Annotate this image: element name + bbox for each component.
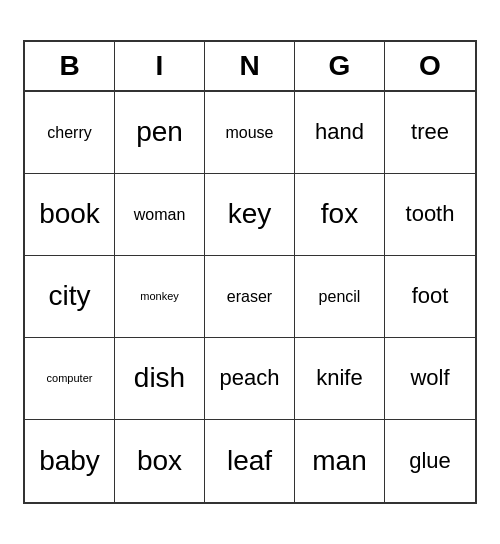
bingo-cell-2-0: city [25, 256, 115, 338]
bingo-row-4: babyboxleafmanglue [25, 420, 475, 502]
cell-text-4-1: box [137, 446, 182, 477]
header-cell-o: O [385, 42, 475, 92]
bingo-header: BINGO [25, 42, 475, 92]
bingo-cell-1-1: woman [115, 174, 205, 256]
bingo-cell-2-2: eraser [205, 256, 295, 338]
cell-text-0-1: pen [136, 117, 183, 148]
bingo-cell-4-2: leaf [205, 420, 295, 502]
header-cell-g: G [295, 42, 385, 92]
cell-text-4-0: baby [39, 446, 100, 477]
cell-text-1-2: key [228, 199, 272, 230]
cell-text-3-2: peach [220, 366, 280, 390]
bingo-cell-4-3: man [295, 420, 385, 502]
bingo-cell-0-4: tree [385, 92, 475, 174]
bingo-cell-3-1: dish [115, 338, 205, 420]
cell-text-4-4: glue [409, 449, 451, 473]
bingo-cell-1-0: book [25, 174, 115, 256]
bingo-body: cherrypenmousehandtreebookwomankeyfoxtoo… [25, 92, 475, 502]
cell-text-0-2: mouse [225, 124, 273, 142]
cell-text-1-3: fox [321, 199, 358, 230]
bingo-cell-0-2: mouse [205, 92, 295, 174]
cell-text-1-1: woman [134, 206, 186, 224]
bingo-cell-4-4: glue [385, 420, 475, 502]
bingo-cell-3-4: wolf [385, 338, 475, 420]
bingo-cell-1-3: fox [295, 174, 385, 256]
bingo-cell-2-3: pencil [295, 256, 385, 338]
bingo-card: BINGO cherrypenmousehandtreebookwomankey… [23, 40, 477, 504]
bingo-cell-0-3: hand [295, 92, 385, 174]
bingo-cell-1-4: tooth [385, 174, 475, 256]
bingo-cell-2-1: monkey [115, 256, 205, 338]
cell-text-0-4: tree [411, 120, 449, 144]
cell-text-2-3: pencil [319, 288, 361, 306]
cell-text-3-4: wolf [410, 366, 449, 390]
header-cell-i: I [115, 42, 205, 92]
cell-text-2-2: eraser [227, 288, 272, 306]
bingo-cell-2-4: foot [385, 256, 475, 338]
bingo-cell-0-0: cherry [25, 92, 115, 174]
cell-text-3-3: knife [316, 366, 362, 390]
bingo-cell-0-1: pen [115, 92, 205, 174]
cell-text-2-0: city [49, 281, 91, 312]
cell-text-1-0: book [39, 199, 100, 230]
cell-text-4-2: leaf [227, 446, 272, 477]
bingo-cell-4-1: box [115, 420, 205, 502]
cell-text-3-0: computer [47, 372, 93, 384]
bingo-row-0: cherrypenmousehandtree [25, 92, 475, 174]
bingo-cell-1-2: key [205, 174, 295, 256]
cell-text-2-1: monkey [140, 290, 179, 302]
cell-text-0-0: cherry [47, 124, 91, 142]
bingo-cell-3-3: knife [295, 338, 385, 420]
cell-text-2-4: foot [412, 284, 449, 308]
cell-text-3-1: dish [134, 363, 185, 394]
bingo-row-3: computerdishpeachknifewolf [25, 338, 475, 420]
cell-text-0-3: hand [315, 120, 364, 144]
header-cell-b: B [25, 42, 115, 92]
header-cell-n: N [205, 42, 295, 92]
bingo-cell-4-0: baby [25, 420, 115, 502]
bingo-row-1: bookwomankeyfoxtooth [25, 174, 475, 256]
cell-text-4-3: man [312, 446, 366, 477]
cell-text-1-4: tooth [406, 202, 455, 226]
bingo-row-2: citymonkeyeraserpencilfoot [25, 256, 475, 338]
bingo-cell-3-0: computer [25, 338, 115, 420]
bingo-cell-3-2: peach [205, 338, 295, 420]
